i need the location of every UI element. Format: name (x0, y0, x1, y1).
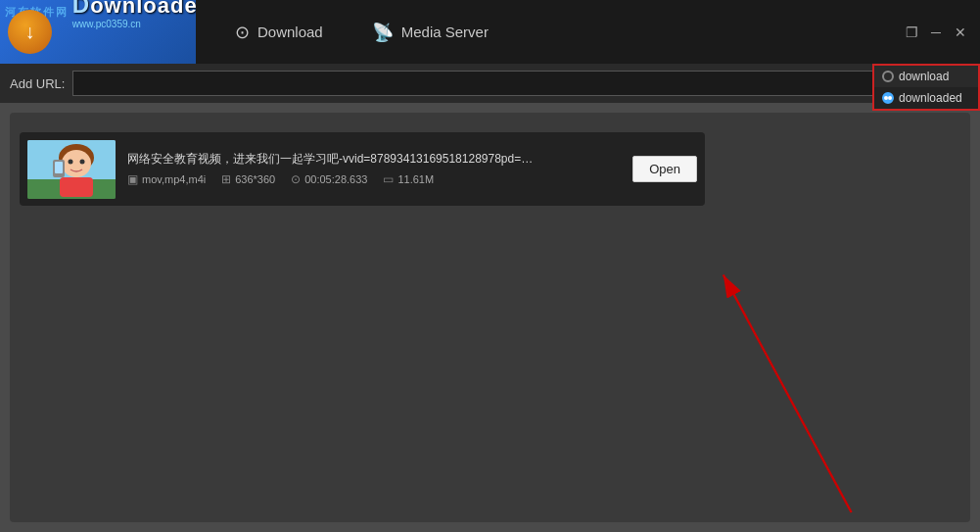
tab-media-server-label: Media Server (401, 24, 489, 40)
open-button[interactable]: Open (632, 156, 697, 182)
radio-downloaded (882, 92, 894, 104)
media-server-icon: 📡 (372, 22, 394, 43)
item-info: 网络安全教育视频，进来我们一起学习吧-vvid=8789341316951812… (127, 152, 621, 187)
tab-download-label: Download (257, 24, 323, 40)
svg-line-10 (723, 275, 852, 512)
restore-button[interactable]: ❐ (902, 23, 921, 42)
clock-icon: ⊙ (291, 172, 301, 186)
svg-point-5 (80, 159, 85, 164)
svg-point-3 (62, 150, 91, 177)
dropdown-download-label: download (899, 70, 949, 83)
toolbar: Add URL: + download downloaded (0, 64, 980, 103)
minimize-button[interactable]: ─ (926, 23, 946, 42)
logo-title: Downloader (72, 0, 196, 19)
dropdown-item-downloaded[interactable]: downloaded (874, 87, 978, 109)
meta-size: ▭ 11.61M (383, 172, 434, 186)
download-item-card: 网络安全教育视频，进来我们一起学习吧-vvid=8789341316951812… (20, 132, 705, 206)
svg-rect-8 (55, 162, 63, 173)
nav-tabs: ⊙ Download 📡 Media Server (196, 0, 902, 64)
logo-letter-d: D (72, 0, 90, 18)
titlebar: 河东软件网 ↓ Downloader www.pc0359.cn ⊙ Downl… (0, 0, 980, 64)
tab-media-server[interactable]: 📡 Media Server (352, 14, 508, 51)
item-resolution: 636*360 (235, 173, 275, 185)
logo-rest: ownloader (90, 0, 196, 18)
meta-duration: ⊙ 00:05:28.633 (291, 172, 367, 186)
url-input[interactable] (72, 71, 935, 96)
content-panel: 网络安全教育视频，进来我们一起学习吧-vvid=8789341316951812… (10, 113, 970, 522)
folder-icon: ▭ (383, 172, 394, 186)
meta-formats: ▣ mov,mp4,m4i (127, 172, 206, 186)
item-duration: 00:05:28.633 (304, 173, 367, 185)
close-button[interactable]: ✕ (951, 23, 970, 42)
item-meta: ▣ mov,mp4,m4i ⊞ 636*360 ⊙ 00:05:28.633 ▭… (127, 172, 621, 186)
add-url-label: Add URL: (10, 76, 65, 91)
main-content: 网络安全教育视频，进来我们一起学习吧-vvid=8789341316951812… (0, 103, 980, 532)
dropdown-item-download[interactable]: download (874, 66, 978, 87)
logo-icon: ↓ (8, 10, 52, 54)
item-formats: mov,mp4,m4i (142, 173, 206, 185)
logo-area: 河东软件网 ↓ Downloader www.pc0359.cn (0, 0, 196, 64)
logo-url: www.pc0359.cn (72, 19, 196, 29)
radio-download (882, 71, 894, 82)
download-icon: ⊙ (235, 22, 250, 43)
dropdown-menu: download downloaded (872, 64, 980, 111)
item-size: 11.61M (397, 173, 434, 185)
item-title: 网络安全教育视频，进来我们一起学习吧-vvid=8789341316951812… (127, 152, 538, 168)
svg-rect-6 (60, 177, 93, 197)
film-icon: ▣ (127, 172, 138, 186)
dropdown-downloaded-label: downloaded (899, 91, 962, 105)
svg-point-4 (69, 159, 73, 164)
meta-resolution: ⊞ 636*360 (221, 172, 275, 186)
window-controls: ❐ ─ ✕ (902, 23, 980, 42)
resolution-icon: ⊞ (221, 172, 231, 186)
thumbnail-art (27, 140, 116, 199)
item-thumbnail (27, 140, 116, 199)
tab-download[interactable]: ⊙ Download (215, 14, 343, 51)
